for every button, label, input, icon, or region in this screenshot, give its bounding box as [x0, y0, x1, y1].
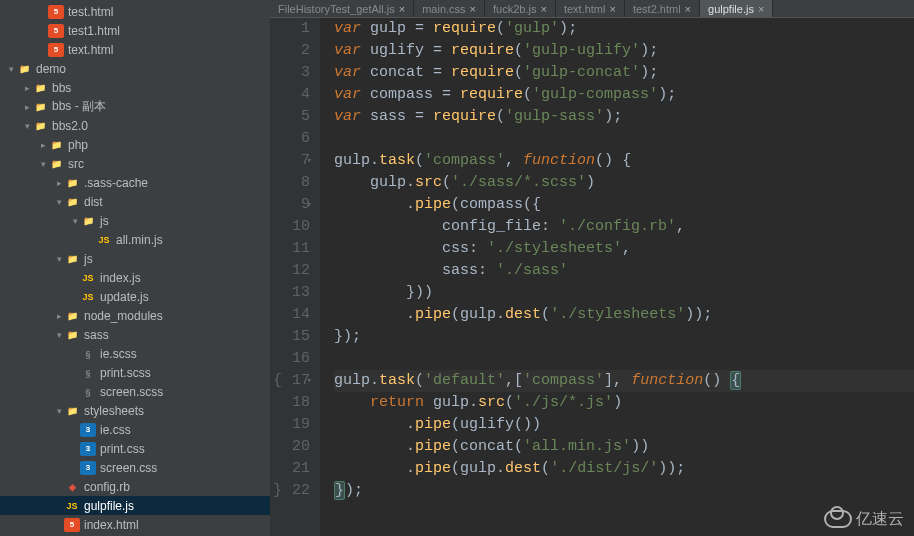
- code-line-9[interactable]: .pipe(compass({: [334, 194, 914, 216]
- code-content[interactable]: var gulp = require('gulp');var uglify = …: [320, 18, 914, 536]
- line-number[interactable]: 1: [270, 18, 310, 40]
- tree-item-screen-css[interactable]: 3screen.css: [0, 458, 270, 477]
- line-number[interactable]: 12: [270, 260, 310, 282]
- line-number[interactable]: 22: [270, 480, 310, 502]
- code-line-18[interactable]: return gulp.src('./js/*.js'): [334, 392, 914, 414]
- chevron-right-icon[interactable]: ▸: [22, 102, 32, 112]
- tree-item-bbs2-0[interactable]: ▾📁bbs2.0: [0, 116, 270, 135]
- tree-item-index-js[interactable]: JSindex.js: [0, 268, 270, 287]
- tree-item-src[interactable]: ▾📁src: [0, 154, 270, 173]
- line-number[interactable]: 7: [270, 150, 310, 172]
- tab-test2-html[interactable]: test2.html×: [625, 0, 700, 17]
- tab-bar[interactable]: FileHistoryTest_getAll.js×main.css×fuck2…: [270, 0, 914, 18]
- chevron-down-icon[interactable]: ▾: [6, 64, 16, 74]
- line-number[interactable]: 11: [270, 238, 310, 260]
- project-tree[interactable]: 5test.html5test1.html5text.html▾📁demo▸📁b…: [0, 0, 270, 536]
- tab-gulpfile-js[interactable]: gulpfile.js×: [700, 0, 773, 17]
- code-line-3[interactable]: var concat = require('gulp-concat');: [334, 62, 914, 84]
- chevron-down-icon[interactable]: ▾: [22, 121, 32, 131]
- tree-item-bbs-[interactable]: ▸📁bbs - 副本: [0, 97, 270, 116]
- code-line-19[interactable]: .pipe(uglify()): [334, 414, 914, 436]
- tree-item-bbs[interactable]: ▸📁bbs: [0, 78, 270, 97]
- close-icon[interactable]: ×: [540, 3, 546, 15]
- line-number[interactable]: 14: [270, 304, 310, 326]
- line-number[interactable]: 10: [270, 216, 310, 238]
- line-number[interactable]: 13: [270, 282, 310, 304]
- line-number[interactable]: 9: [270, 194, 310, 216]
- code-line-21[interactable]: .pipe(gulp.dest('./dist/js/'));: [334, 458, 914, 480]
- line-number[interactable]: 17: [270, 370, 310, 392]
- code-line-7[interactable]: gulp.task('compass', function() {: [334, 150, 914, 172]
- chevron-right-icon[interactable]: ▸: [54, 311, 64, 321]
- close-icon[interactable]: ×: [470, 3, 476, 15]
- tree-item-index-html[interactable]: 5index.html: [0, 515, 270, 534]
- line-number[interactable]: 15: [270, 326, 310, 348]
- code-line-10[interactable]: config_file: './config.rb',: [334, 216, 914, 238]
- code-line-4[interactable]: var compass = require('gulp-compass');: [334, 84, 914, 106]
- tab-fuck2b-js[interactable]: fuck2b.js×: [485, 0, 556, 17]
- line-number[interactable]: 4: [270, 84, 310, 106]
- chevron-right-icon[interactable]: ▸: [38, 140, 48, 150]
- chevron-down-icon[interactable]: ▾: [54, 197, 64, 207]
- tab-filehistorytest-getall-js[interactable]: FileHistoryTest_getAll.js×: [270, 0, 414, 17]
- tree-item-print-scss[interactable]: §print.scss: [0, 363, 270, 382]
- close-icon[interactable]: ×: [758, 3, 764, 15]
- code-editor[interactable]: 12345678910111213141516171819202122 var …: [270, 18, 914, 536]
- tree-item-text-html[interactable]: 5text.html: [0, 40, 270, 59]
- code-line-22[interactable]: });: [334, 480, 914, 502]
- line-number[interactable]: 21: [270, 458, 310, 480]
- line-number[interactable]: 3: [270, 62, 310, 84]
- code-line-5[interactable]: var sass = require('gulp-sass');: [334, 106, 914, 128]
- tree-item-stylesheets[interactable]: ▾📁stylesheets: [0, 401, 270, 420]
- line-number[interactable]: 8: [270, 172, 310, 194]
- tree-item-gulpfile-js[interactable]: JSgulpfile.js: [0, 496, 270, 515]
- code-line-8[interactable]: gulp.src('./sass/*.scss'): [334, 172, 914, 194]
- code-line-17[interactable]: gulp.task('default',['compass'], functio…: [334, 370, 914, 392]
- close-icon[interactable]: ×: [609, 3, 615, 15]
- tab-text-html[interactable]: text.html×: [556, 0, 625, 17]
- tree-item-ie-css[interactable]: 3ie.css: [0, 420, 270, 439]
- tree-item-js[interactable]: ▾📁js: [0, 249, 270, 268]
- tree-item-test-html[interactable]: 5test.html: [0, 2, 270, 21]
- chevron-down-icon[interactable]: ▾: [38, 159, 48, 169]
- chevron-right-icon[interactable]: ▸: [22, 83, 32, 93]
- chevron-down-icon[interactable]: ▾: [70, 216, 80, 226]
- line-number[interactable]: 6: [270, 128, 310, 150]
- tree-item-screen-scss[interactable]: §screen.scss: [0, 382, 270, 401]
- line-number[interactable]: 16: [270, 348, 310, 370]
- tree-item-print-css[interactable]: 3print.css: [0, 439, 270, 458]
- close-icon[interactable]: ×: [399, 3, 405, 15]
- code-line-20[interactable]: .pipe(concat('all.min.js')): [334, 436, 914, 458]
- tree-item-js[interactable]: ▾📁js: [0, 211, 270, 230]
- code-line-16[interactable]: [334, 348, 914, 370]
- tree-item-config-rb[interactable]: ◆config.rb: [0, 477, 270, 496]
- line-number[interactable]: 18: [270, 392, 310, 414]
- tree-item-demo[interactable]: ▾📁demo: [0, 59, 270, 78]
- line-number[interactable]: 19: [270, 414, 310, 436]
- code-line-11[interactable]: css: './stylesheets',: [334, 238, 914, 260]
- close-icon[interactable]: ×: [685, 3, 691, 15]
- chevron-down-icon[interactable]: ▾: [54, 330, 64, 340]
- code-line-6[interactable]: [334, 128, 914, 150]
- code-line-13[interactable]: })): [334, 282, 914, 304]
- tab-main-css[interactable]: main.css×: [414, 0, 485, 17]
- tree-item-dist[interactable]: ▾📁dist: [0, 192, 270, 211]
- chevron-down-icon[interactable]: ▾: [54, 406, 64, 416]
- line-number[interactable]: 5: [270, 106, 310, 128]
- tree-item-update-js[interactable]: JSupdate.js: [0, 287, 270, 306]
- code-line-14[interactable]: .pipe(gulp.dest('./stylesheets'));: [334, 304, 914, 326]
- chevron-down-icon[interactable]: ▾: [54, 254, 64, 264]
- tree-item-ie-scss[interactable]: §ie.scss: [0, 344, 270, 363]
- code-line-12[interactable]: sass: './sass': [334, 260, 914, 282]
- tree-item-node-modules[interactable]: ▸📁node_modules: [0, 306, 270, 325]
- tree-item-sass[interactable]: ▾📁sass: [0, 325, 270, 344]
- chevron-right-icon[interactable]: ▸: [54, 178, 64, 188]
- code-line-2[interactable]: var uglify = require('gulp-uglify');: [334, 40, 914, 62]
- code-line-15[interactable]: });: [334, 326, 914, 348]
- line-number[interactable]: 20: [270, 436, 310, 458]
- line-number[interactable]: 2: [270, 40, 310, 62]
- tree-item-php[interactable]: ▸📁php: [0, 135, 270, 154]
- code-line-1[interactable]: var gulp = require('gulp');: [334, 18, 914, 40]
- tree-item--sass-cache[interactable]: ▸📁.sass-cache: [0, 173, 270, 192]
- tree-item-all-min-js[interactable]: JSall.min.js: [0, 230, 270, 249]
